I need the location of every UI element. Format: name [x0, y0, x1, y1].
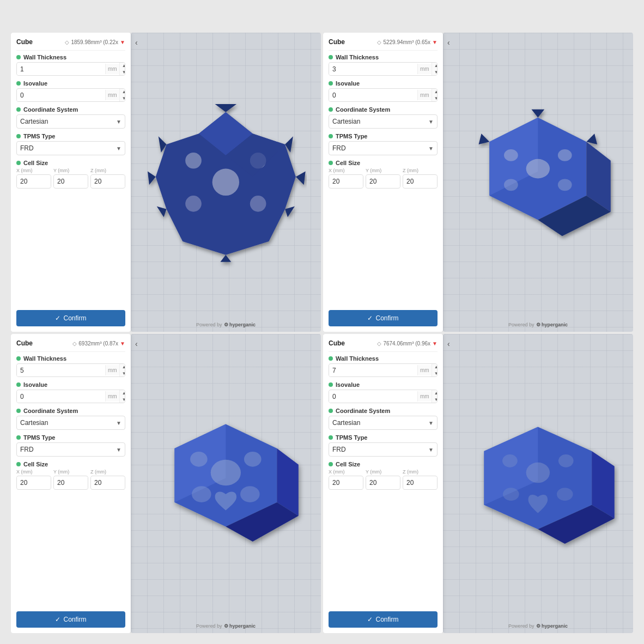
tpms-select-3[interactable]: FRD — [17, 443, 113, 456]
dot-iso-2 — [329, 81, 333, 86]
dot-tpms-4 — [329, 435, 333, 440]
dot-coord-4 — [329, 409, 333, 413]
y-label-2: Y (mm) — [366, 168, 400, 173]
cell-size-group-3: Cell Size X (mm) Y (mm) Z (mm) ▲ ▼ — [16, 461, 125, 489]
cell-x-input-2[interactable] — [329, 175, 363, 187]
wall-thickness-label-3: Wall Thickness — [16, 355, 125, 362]
coord-select-1[interactable]: Cartesian — [17, 115, 113, 128]
cell-z-input-4[interactable] — [403, 477, 438, 489]
cell-size-group-1: Cell Size X (mm) Y (mm) Z (mm) ▲ ▼ — [16, 160, 125, 188]
iso-up-2[interactable]: ▲ — [432, 89, 438, 95]
wall-thickness-group-4: Wall Thickness mm ▲ ▼ — [329, 355, 438, 377]
coord-group-3: Coordinate System Cartesian ▼ — [16, 408, 125, 430]
iso-unit-2: mm — [417, 90, 432, 100]
volume-4: ◇ 7674.06mm³ (0.96x ▼ — [377, 341, 438, 347]
confirm-btn-4[interactable]: ✓ Confirm — [329, 611, 438, 628]
iso-up-3[interactable]: ▲ — [120, 390, 125, 397]
panel-title-1: Cube — [16, 38, 33, 46]
dot-cell-2 — [329, 161, 333, 165]
cell-size-group-2: Cell Size X (mm) Y (mm) Z (mm) ▲ ▼ — [329, 160, 438, 188]
cell-z-row-2: ▲ ▼ — [403, 174, 438, 188]
x-label-3: X (mm) — [16, 469, 51, 475]
dot-coord-2 — [329, 107, 333, 112]
wt-up-1[interactable]: ▲ — [120, 63, 125, 69]
iso-down-2[interactable]: ▼ — [432, 95, 438, 102]
cell-z-input-2[interactable] — [403, 175, 438, 187]
cell-z-input-1[interactable] — [91, 175, 125, 187]
confirm-check-1: ✓ — [55, 314, 60, 322]
confirm-btn-1[interactable]: ✓ Confirm — [16, 310, 125, 326]
wt-down-2[interactable]: ▼ — [432, 69, 438, 76]
wall-thickness-input-1[interactable] — [17, 63, 105, 75]
shape-3 — [131, 334, 321, 633]
isovalue-input-2[interactable] — [329, 89, 417, 101]
wt-up-2[interactable]: ▲ — [432, 63, 438, 69]
viewport-arrow-1[interactable]: ‹ — [135, 38, 138, 47]
viewport-arrow-2[interactable]: ‹ — [447, 38, 450, 47]
cell-axis-labels-2: X (mm) Y (mm) Z (mm) — [329, 168, 438, 173]
cell-y-input-4[interactable] — [366, 477, 400, 489]
isovalue-group-1: Isovalue mm ▲ ▼ — [16, 80, 125, 102]
isovalue-input-1[interactable] — [17, 89, 105, 101]
svg-point-33 — [190, 452, 208, 467]
cell-y-input-1[interactable] — [54, 175, 88, 187]
tpms-select-2[interactable]: FRD — [329, 142, 425, 155]
cell-y-input-3[interactable] — [54, 477, 88, 489]
iso-down-1[interactable]: ▼ — [120, 95, 125, 102]
panel-3: Cube ◇ 6932mm³ (0.87x ▼ Wall Thickness m… — [11, 334, 321, 633]
wt-down-3[interactable]: ▼ — [120, 370, 125, 377]
coord-select-2[interactable]: Cartesian — [329, 115, 425, 128]
iso-unit-3: mm — [105, 391, 119, 402]
svg-marker-5 — [221, 255, 232, 262]
down-arrow-2: ▼ — [432, 39, 438, 45]
viewport-arrow-4[interactable]: ‹ — [447, 339, 450, 348]
z-label-2: Z (mm) — [403, 168, 438, 173]
z-label-3: Z (mm) — [90, 469, 125, 475]
coord-select-3[interactable]: Cartesian — [17, 416, 113, 429]
iso-down-3[interactable]: ▼ — [120, 397, 125, 403]
iso-unit-4: mm — [417, 391, 432, 402]
tpms-select-1[interactable]: FRD — [17, 142, 113, 155]
coord-select-4[interactable]: Cartesian — [329, 416, 425, 429]
shape-2 — [443, 33, 633, 332]
svg-point-10 — [185, 153, 202, 169]
dot-wt-2 — [329, 55, 333, 59]
svg-marker-27 — [479, 134, 490, 145]
wt-up-3[interactable]: ▲ — [120, 364, 125, 370]
iso-up-4[interactable]: ▲ — [432, 390, 438, 397]
wall-thickness-input-3[interactable] — [17, 364, 105, 376]
wt-up-4[interactable]: ▲ — [432, 364, 438, 370]
dot-cell-1 — [16, 161, 21, 165]
wall-thickness-label-1: Wall Thickness — [16, 54, 125, 60]
z-label-4: Z (mm) — [403, 469, 438, 475]
cell-z-input-3[interactable] — [91, 477, 125, 489]
cell-axis-labels-4: X (mm) Y (mm) Z (mm) — [329, 469, 438, 475]
wt-down-1[interactable]: ▼ — [120, 69, 125, 76]
viewport-arrow-3[interactable]: ‹ — [135, 339, 138, 348]
isovalue-input-4[interactable] — [329, 391, 417, 403]
cell-x-input-4[interactable] — [329, 477, 363, 489]
wall-thickness-input-4[interactable] — [329, 364, 417, 376]
shape-1 — [131, 33, 321, 332]
coord-label-3: Coordinate System — [16, 408, 125, 414]
cell-x-row-1: ▲ ▼ — [16, 174, 51, 188]
isovalue-input-row-4: mm ▲ ▼ — [329, 390, 438, 403]
tpms-select-4[interactable]: FRD — [329, 443, 425, 456]
isovalue-input-row-3: mm ▲ ▼ — [16, 390, 125, 403]
z-label-1: Z (mm) — [90, 168, 125, 173]
wall-thickness-input-row-3: mm ▲ ▼ — [16, 363, 125, 377]
cell-x-input-1[interactable] — [17, 175, 51, 187]
tpms-label-1: TPMS Type — [16, 133, 125, 139]
iso-down-4[interactable]: ▼ — [432, 397, 438, 403]
iso-up-1[interactable]: ▲ — [120, 89, 125, 95]
wt-down-4[interactable]: ▼ — [432, 370, 438, 377]
cell-x-input-3[interactable] — [17, 477, 51, 489]
confirm-btn-2[interactable]: ✓ Confirm — [329, 310, 438, 326]
cell-y-input-2[interactable] — [366, 175, 400, 187]
confirm-btn-3[interactable]: ✓ Confirm — [16, 611, 125, 628]
isovalue-input-3[interactable] — [17, 391, 105, 403]
coord-dropdown-row-2: Cartesian ▼ — [329, 114, 438, 129]
wt-unit-1: mm — [105, 64, 119, 74]
wt-unit-2: mm — [417, 64, 432, 74]
wall-thickness-input-2[interactable] — [329, 63, 417, 75]
